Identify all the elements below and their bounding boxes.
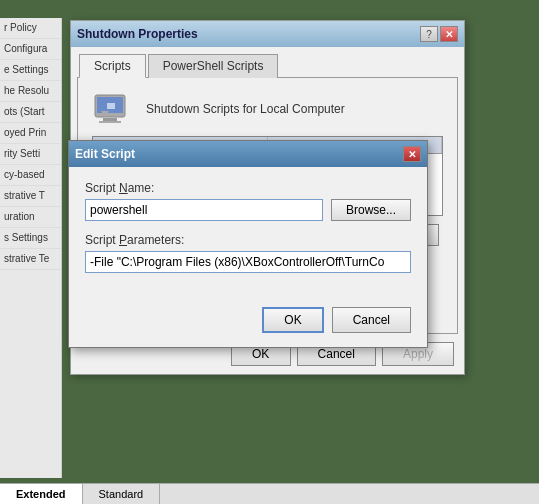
script-params-label: Script Parameters: <box>85 233 411 247</box>
script-name-row: Browse... <box>85 199 411 221</box>
bottom-tab-standard[interactable]: Standard <box>83 484 161 504</box>
sidebar-item-4[interactable]: he Resolu <box>0 81 61 102</box>
edit-script-titlebar: Edit Script ✕ <box>69 141 427 167</box>
script-params-underline: P <box>119 233 127 247</box>
edit-script-body: Script Name: Browse... Script Parameters… <box>69 167 427 299</box>
scripts-title-text: Shutdown Scripts for Local Computer <box>146 102 345 116</box>
shutdown-title: Shutdown Properties <box>77 27 198 41</box>
sidebar-item-12[interactable]: strative Te <box>0 249 61 270</box>
titlebar-controls: ? ✕ <box>420 26 458 42</box>
sidebar: r Policy Configura e Settings he Resolu … <box>0 18 62 478</box>
sidebar-item-6[interactable]: oyed Prin <box>0 123 61 144</box>
scripts-icon <box>92 92 132 126</box>
help-button[interactable]: ? <box>420 26 438 42</box>
edit-ok-button[interactable]: OK <box>262 307 323 333</box>
script-name-label: Script Name: <box>85 181 411 195</box>
bottom-tab-bar: Extended Standard <box>0 483 539 504</box>
svg-rect-4 <box>107 103 115 109</box>
bottom-tab-extended[interactable]: Extended <box>0 484 83 504</box>
tab-scripts[interactable]: Scripts <box>79 54 146 78</box>
svg-rect-2 <box>103 118 117 121</box>
sidebar-item-11[interactable]: s Settings <box>0 228 61 249</box>
edit-cancel-button[interactable]: Cancel <box>332 307 411 333</box>
close-button[interactable]: ✕ <box>440 26 458 42</box>
edit-titlebar-controls: ✕ <box>403 146 421 162</box>
tab-bar: Scripts PowerShell Scripts <box>71 47 464 77</box>
script-params-row <box>85 251 411 273</box>
scripts-header: Shutdown Scripts for Local Computer <box>92 92 443 126</box>
sidebar-item-2[interactable]: Configura <box>0 39 61 60</box>
script-name-input[interactable] <box>85 199 323 221</box>
sidebar-item-1[interactable]: r Policy <box>0 18 61 39</box>
tab-powershell-scripts[interactable]: PowerShell Scripts <box>148 54 279 78</box>
svg-rect-3 <box>99 121 121 123</box>
browse-button[interactable]: Browse... <box>331 199 411 221</box>
sidebar-item-7[interactable]: rity Setti <box>0 144 61 165</box>
edit-script-title: Edit Script <box>75 147 135 161</box>
sidebar-item-9[interactable]: strative T <box>0 186 61 207</box>
script-params-input[interactable] <box>85 251 411 273</box>
sidebar-item-8[interactable]: cy-based <box>0 165 61 186</box>
edit-script-dialog: Edit Script ✕ Script Name: Browse... Scr… <box>68 140 428 348</box>
script-name-underline: N <box>119 181 128 195</box>
edit-close-button[interactable]: ✕ <box>403 146 421 162</box>
sidebar-item-10[interactable]: uration <box>0 207 61 228</box>
sidebar-item-5[interactable]: ots (Start <box>0 102 61 123</box>
sidebar-item-3[interactable]: e Settings <box>0 60 61 81</box>
shutdown-titlebar: Shutdown Properties ? ✕ <box>71 21 464 47</box>
edit-script-footer: OK Cancel <box>69 299 427 347</box>
